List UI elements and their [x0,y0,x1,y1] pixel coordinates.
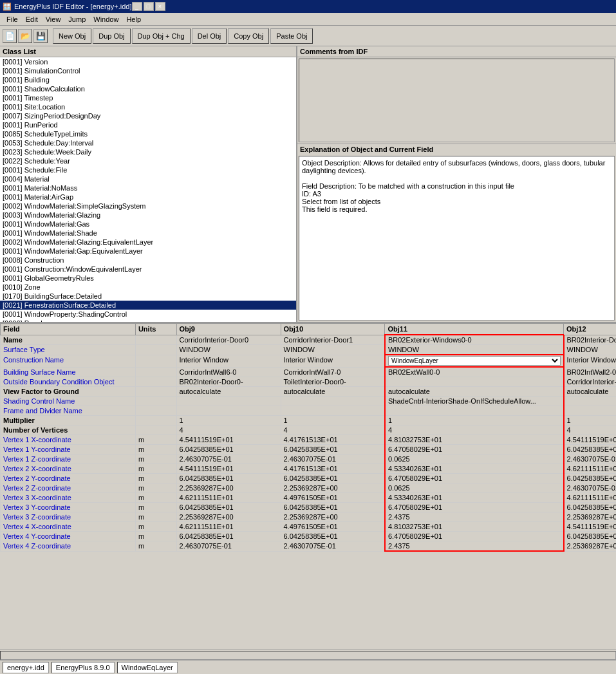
data-cell[interactable]: 4.41761513E+01 [281,464,385,474]
class-list-scroll[interactable]: [0001] Version[0001] SimulationControl[0… [0,57,296,322]
field-cell[interactable]: Vertex 3 Z-coordinate [1,512,136,522]
data-cell[interactable] [281,406,385,416]
data-cell[interactable]: 2.25369287E+00 [281,512,385,522]
field-cell[interactable]: Vertex 4 Y-coordinate [1,532,136,541]
data-cell[interactable]: 4.53340263E+01 [385,464,564,474]
data-cell[interactable]: 2.46307075E-01 [281,454,385,464]
data-cell[interactable]: 6.47058029E+01 [385,503,564,512]
data-cell[interactable]: 6.04258385E+01 [564,503,616,512]
data-cell[interactable]: 4.49761505E+01 [281,493,385,503]
class-list-item[interactable]: [0001] Timestep [0,70,296,79]
del-obj-button[interactable]: Del Obj [192,28,227,44]
data-cell[interactable]: 4.81032753E+01 [385,522,564,532]
data-cell[interactable]: 4.62111511E+01 [564,464,616,474]
data-cell[interactable]: 4.81032753E+01 [385,435,564,445]
data-cell[interactable]: 6.04258385E+01 [564,532,616,541]
data-cell[interactable] [385,377,564,387]
field-cell[interactable]: Frame and Divider Name [1,406,136,416]
class-list-item[interactable]: [0006] People [0,295,296,304]
horizontal-scroll-bar[interactable] [0,650,616,660]
new-file-icon[interactable]: 📄 [3,29,17,43]
data-cell[interactable]: 4.62111511E+01 [176,493,281,503]
class-list-item[interactable]: [0170] BuildingSurface:Detailed [0,268,296,277]
menu-jump[interactable]: Jump [64,14,89,24]
data-cell[interactable]: 6.47058029E+01 [385,445,564,454]
class-list-item[interactable]: [0053] Schedule:Day:Interval [0,115,296,124]
data-cell[interactable]: 4.41761513E+01 [281,435,385,445]
data-cell[interactable]: autocalculate [176,387,281,397]
class-list-item[interactable]: [0022] Schedule:Year [0,133,296,142]
class-list-item[interactable]: [0001] WindowMaterial:Gas [0,196,296,205]
menu-file[interactable]: File [3,14,22,24]
data-cell[interactable]: autocalculate [564,387,616,397]
class-list-item[interactable]: [0001] Schedule:File [0,142,296,151]
data-cell[interactable]: 6.04258385E+01 [176,532,281,541]
data-cell[interactable]: 0.0625 [385,483,564,493]
field-cell[interactable]: Name [1,335,136,345]
data-cell[interactable]: 4 [281,426,385,435]
data-cell[interactable]: WindowEqLayer [385,355,564,367]
class-list-item[interactable]: [0007] SizingPeriod:DesignDay [0,88,296,97]
data-cell[interactable]: 4.54111519E+01 [564,522,616,532]
data-cell[interactable]: CorridorIntWall7-0 [281,367,385,377]
class-list-item[interactable]: [0001] Construction:WindowEquivalentLaye… [0,241,296,250]
data-cell[interactable]: 4 [176,426,281,435]
field-cell[interactable]: Vertex 4 X-coordinate [1,522,136,532]
field-cell[interactable]: Construction Name [1,355,136,367]
menu-edit[interactable]: Edit [22,14,42,24]
data-cell[interactable]: 2.46307075E-01 [176,541,281,552]
data-cell[interactable]: 6.47058029E+01 [385,474,564,483]
class-list-item[interactable]: [0003] WindowMaterial:Glazing [0,187,296,196]
class-list-item[interactable]: [0001] GlobalGeometryRules [0,250,296,259]
class-list-item[interactable]: [0085] ScheduleTypeLimits [0,106,296,115]
data-cell[interactable]: 1 [385,416,564,426]
data-cell[interactable]: autocalculate [385,387,564,397]
data-cell[interactable]: BR02IntWall2-0 [564,367,616,377]
field-cell[interactable]: View Factor to Ground [1,387,136,397]
data-cell[interactable]: 2.25369287E+00 [564,512,616,522]
class-list-item[interactable]: [0001] WindowProperty:ShadingControl [0,286,296,295]
menu-window[interactable]: Window [89,14,122,24]
data-cell[interactable] [176,397,281,406]
class-list-item[interactable]: [0001] Site:Location [0,79,296,88]
data-cell[interactable]: CorridorInterior-Door0 [176,335,281,345]
data-cell[interactable]: 4.54111519E+01 [176,435,281,445]
field-cell[interactable]: Number of Vertices [1,426,136,435]
data-cell[interactable] [564,406,616,416]
data-cell[interactable]: 6.04258385E+01 [281,445,385,454]
field-cell[interactable]: Vertex 1 Y-coordinate [1,445,136,454]
data-cell[interactable]: 2.4375 [385,512,564,522]
paste-obj-button[interactable]: Paste Obj [270,28,313,44]
data-cell[interactable]: 6.04258385E+01 [564,445,616,454]
data-cell[interactable]: Interior Window [564,355,616,367]
data-cell[interactable]: 4 [385,426,564,435]
data-cell[interactable] [385,406,564,416]
field-cell[interactable]: Vertex 2 X-coordinate [1,464,136,474]
field-cell[interactable]: Vertex 1 Z-coordinate [1,454,136,464]
field-cell[interactable]: Vertex 2 Z-coordinate [1,483,136,493]
data-cell[interactable]: 2.25369287E+00 [281,483,385,493]
menu-help[interactable]: Help [122,14,145,24]
data-cell[interactable]: CorridorInterior-Door [564,377,616,387]
data-cell[interactable]: 4.53340263E+01 [385,493,564,503]
data-cell[interactable]: 6.47058029E+01 [385,532,564,541]
field-cell[interactable]: Surface Type [1,345,136,355]
dup-obj-chg-button[interactable]: Dup Obj + Chg [132,28,191,44]
data-cell[interactable]: 0.0625 [385,454,564,464]
field-cell[interactable]: Multiplier [1,416,136,426]
field-cell[interactable]: Vertex 1 X-coordinate [1,435,136,445]
data-cell[interactable]: WINDOW [564,345,616,355]
data-cell[interactable]: 6.04258385E+01 [176,503,281,512]
save-file-icon[interactable]: 💾 [33,29,48,43]
data-cell[interactable] [564,397,616,406]
class-list-item[interactable]: [0023] Schedule:Week:Daily [0,124,296,133]
dup-obj-button[interactable]: Dup Obj [93,28,130,44]
data-cell[interactable]: WINDOW [281,345,385,355]
data-cell[interactable]: 4.49761505E+01 [281,522,385,532]
maximize-button[interactable]: □ [144,2,154,11]
data-cell[interactable]: 1 [564,416,616,426]
data-cell[interactable]: 6.04258385E+01 [176,474,281,483]
field-cell[interactable]: Outside Boundary Condition Object [1,377,136,387]
data-cell[interactable]: Interior Window [176,355,281,367]
data-cell[interactable]: BR02Interior-Door0- [176,377,281,387]
